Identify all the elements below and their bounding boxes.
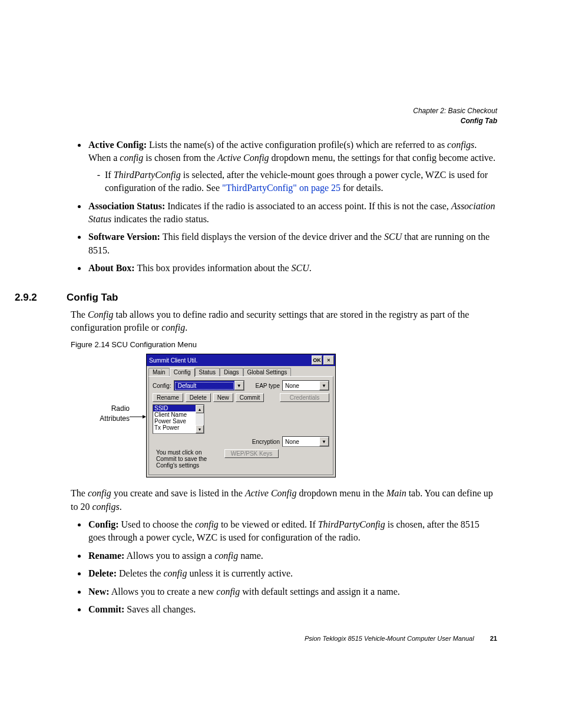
scroll-down-icon[interactable]: ▼ (196, 425, 204, 433)
encryption-dropdown[interactable]: None ▼ (282, 436, 329, 447)
bullet-label: Software Version: (88, 232, 160, 242)
new-button[interactable]: New (213, 393, 233, 402)
bullet-label: Commit: (88, 604, 124, 614)
bullet-label: Config: (88, 519, 119, 529)
bullet-software-version: Software Version: This field displays th… (87, 230, 497, 257)
bullet-label: New: (88, 587, 110, 597)
app-window: Summit Client Util. OK × Main Config Sta… (146, 354, 336, 477)
ok-button[interactable]: OK (312, 355, 322, 365)
figure-annotation: Radio Attributes (71, 354, 130, 424)
list-item[interactable]: Tx Power (153, 424, 196, 431)
tab-status[interactable]: Status (195, 368, 220, 376)
intro-paragraph: The Config tab allows you to define radi… (71, 308, 497, 335)
rename-button[interactable]: Rename (153, 393, 183, 402)
bottom-bullet-list: Config: Used to choose the config to be … (87, 518, 497, 616)
page-footer: Psion Teklogix 8515 Vehicle-Mount Comput… (305, 635, 497, 642)
bullet-rename: Rename: Allows you to assign a config na… (87, 549, 497, 562)
sub-bullet-thirdparty: If ThirdPartyConfig is selected, after t… (105, 169, 497, 195)
bullet-label: Delete: (88, 568, 117, 578)
delete-button[interactable]: Delete (186, 393, 211, 402)
paragraph-active-config: The config you create and save is listed… (71, 487, 497, 513)
bullet-active-config: Active Config: Lists the name(s) of the … (87, 139, 497, 195)
link-thirdpartyconfig[interactable]: "ThirdPartyConfig" on page 25 (222, 183, 340, 193)
chevron-down-icon: ▼ (319, 381, 329, 390)
section-number: 2.9.2 (15, 292, 67, 304)
figure-caption: Figure 2.14 SCU Configuration Menu (71, 340, 497, 349)
page-header: Chapter 2: Basic Checkout Config Tab (413, 106, 497, 126)
chevron-down-icon: ▼ (319, 437, 329, 446)
bullet-delete: Delete: Deletes the config unless it is … (87, 567, 497, 580)
list-item[interactable]: Client Name (153, 411, 196, 418)
eap-label: EAP type (255, 383, 280, 389)
bullet-label: Rename: (88, 551, 124, 561)
config-label: Config: (153, 383, 171, 389)
scroll-up-icon[interactable]: ▲ (196, 405, 204, 413)
scrollbar[interactable]: ▲ ▼ (196, 405, 204, 433)
bullet-config: Config: Used to choose the config to be … (87, 518, 497, 545)
tab-body: Config: Default ▼ EAP type None ▼ (148, 376, 333, 475)
tab-main[interactable]: Main (148, 368, 170, 376)
top-bullet-list: Active Config: Lists the name(s) of the … (87, 139, 497, 275)
list-item[interactable]: Power Save (153, 418, 196, 424)
bullet-assoc-status: Association Status: Indicates if the rad… (87, 200, 497, 226)
section-title: Config Tab (67, 292, 118, 304)
bullet-label: Association Status: (88, 201, 165, 211)
tab-config[interactable]: Config (170, 368, 195, 377)
config-dropdown[interactable]: Default ▼ (174, 380, 244, 391)
page-number: 21 (490, 635, 497, 642)
footer-title: Psion Teklogix 8515 Vehicle-Mount Comput… (305, 635, 474, 642)
wep-psk-keys-button[interactable]: WEP/PSK Keys (224, 449, 279, 458)
chevron-down-icon: ▼ (234, 381, 244, 390)
bullet-label: About Box: (88, 263, 135, 273)
eap-dropdown[interactable]: None ▼ (282, 380, 329, 391)
bullet-commit: Commit: Saves all changes. (87, 603, 497, 616)
tab-global-settings[interactable]: Global Settings (243, 368, 292, 376)
tab-row: Main Config Status Diags Global Settings (147, 366, 335, 376)
header-section: Config Tab (413, 116, 497, 126)
encryption-label: Encryption (252, 439, 280, 445)
window-title: Summit Client Util. (149, 357, 310, 364)
close-button[interactable]: × (323, 355, 334, 365)
header-chapter: Chapter 2: Basic Checkout (413, 106, 497, 116)
radio-attributes-listbox[interactable]: SSID Client Name Power Save Tx Power ▲ ▼ (153, 404, 204, 434)
list-item[interactable]: SSID (153, 405, 196, 411)
commit-button[interactable]: Commit (236, 393, 264, 402)
bullet-label: Active Config: (88, 140, 147, 150)
titlebar: Summit Client Util. OK × (147, 354, 335, 366)
tab-diags[interactable]: Diags (220, 368, 243, 376)
annotation-arrow (130, 354, 146, 420)
figure: Radio Attributes Summit Client Util. OK … (71, 354, 497, 477)
bullet-about-box: About Box: This box provides information… (87, 262, 497, 275)
credentials-button[interactable]: Credentials (280, 393, 329, 402)
bullet-new: New: Allows you to create a new config w… (87, 585, 497, 598)
section-heading: 2.9.2 Config Tab (71, 292, 497, 304)
commit-hint: You must click on Commit to save the Con… (156, 449, 221, 469)
